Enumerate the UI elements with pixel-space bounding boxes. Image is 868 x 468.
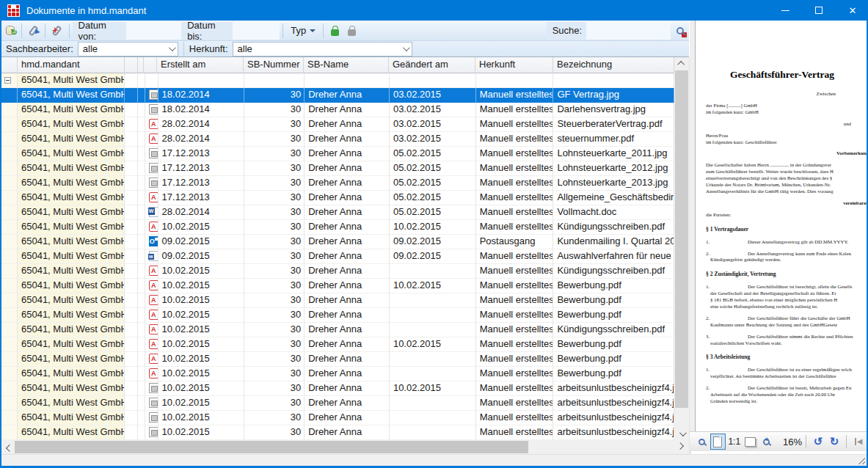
column-header-bezeichnung[interactable]: Bezeichnung bbox=[553, 57, 674, 73]
img-file-icon bbox=[149, 427, 158, 437]
collapse-toggle-icon[interactable] bbox=[4, 77, 11, 84]
table-row[interactable]: 65041, Multi West GmbH10.02.201530Dreher… bbox=[1, 411, 674, 425]
herkunft-combobox[interactable]: alle bbox=[233, 42, 412, 56]
column-header-herkunft[interactable]: Herkunft bbox=[475, 57, 553, 73]
table-row[interactable]: 65041, Multi West GmbH10.02.201530Dreher… bbox=[1, 396, 674, 411]
rotate-right-button[interactable]: ↻ bbox=[827, 434, 842, 450]
search-button[interactable] bbox=[672, 22, 689, 40]
horizontal-scroll-thumb[interactable] bbox=[15, 441, 528, 453]
fit-width-button[interactable] bbox=[743, 434, 758, 450]
scroll-right-button[interactable] bbox=[674, 440, 688, 454]
cell-erstellt: 17.12.2013 bbox=[158, 191, 245, 205]
pdf-file-icon bbox=[149, 222, 158, 232]
cell-n1 bbox=[125, 352, 138, 367]
scroll-left-button[interactable] bbox=[1, 440, 15, 454]
cell-n2 bbox=[138, 323, 145, 337]
table-row[interactable]: 65041, Multi West GmbH17.12.201330Dreher… bbox=[1, 161, 674, 176]
vertical-scrollbar[interactable] bbox=[674, 57, 689, 440]
table-row[interactable]: 65041, Multi West GmbH28.02.201430Dreher… bbox=[1, 205, 674, 220]
zoom-in-button[interactable]: + bbox=[759, 434, 774, 450]
column-header-icon[interactable] bbox=[144, 57, 157, 73]
table-row[interactable]: 65041, Multi West GmbH17.12.201330Dreher… bbox=[1, 147, 674, 161]
table-row[interactable]: 65041, Multi West GmbH10.02.201530Dreher… bbox=[1, 367, 674, 381]
minimize-button[interactable] bbox=[768, 0, 802, 21]
table-row[interactable]: 65041, Multi West GmbH17.12.201330Dreher… bbox=[1, 191, 674, 205]
cell-expand bbox=[1, 352, 18, 367]
table-row[interactable]: 65041, Multi West GmbH09.02.201530Dreher… bbox=[1, 249, 674, 264]
zoom-out-icon: – bbox=[699, 439, 705, 445]
cell-bezeichnung: Kündigungsschreiben.pdf bbox=[553, 220, 674, 235]
zoom-out-button[interactable]: – bbox=[694, 434, 709, 450]
pdf-file-icon bbox=[149, 295, 158, 305]
column-header-sb_nummer[interactable]: SB-Nummer bbox=[244, 57, 304, 73]
table-row[interactable]: 65041, Multi West GmbH10.02.201530Dreher… bbox=[1, 279, 674, 293]
rotate-left-button[interactable]: ↺ bbox=[811, 434, 825, 450]
close-button[interactable]: ✕ bbox=[836, 0, 868, 21]
unlock-button[interactable] bbox=[327, 22, 343, 40]
cell-geaendert: 03.02.2015 bbox=[390, 88, 476, 103]
refresh-button[interactable] bbox=[1, 22, 18, 40]
cell-icon bbox=[145, 293, 158, 308]
cell-mandant: 65041, Multi West GmbH bbox=[18, 279, 125, 293]
cell-sb_name: Dreher Anna bbox=[304, 103, 390, 117]
typ-dropdown-button[interactable]: Typ bbox=[286, 22, 320, 40]
cell-icon bbox=[145, 352, 158, 367]
cell-geaendert: 10.02.2015 bbox=[390, 381, 476, 396]
table-row[interactable]: 65041, Multi West GmbH10.02.201530Dreher… bbox=[1, 352, 674, 367]
maximize-button[interactable] bbox=[802, 0, 836, 21]
filter-bar: Sachbearbeiter: alle Herkunft: alle bbox=[1, 41, 689, 57]
datum-bis-input[interactable] bbox=[233, 22, 280, 40]
group-row[interactable]: 65041, Multi West GmbH bbox=[1, 73, 674, 88]
cell-n2 bbox=[138, 191, 145, 205]
remove-document-button[interactable] bbox=[48, 22, 65, 40]
table-row[interactable]: 65041, Multi West GmbH18.02.201430Dreher… bbox=[1, 103, 674, 117]
table-row[interactable]: 65041, Multi West GmbH28.02.201430Dreher… bbox=[1, 117, 674, 132]
datum-von-input[interactable] bbox=[126, 22, 181, 40]
table-row[interactable]: 65041, Multi West GmbH17.12.201330Dreher… bbox=[1, 176, 674, 191]
column-header-n1[interactable] bbox=[125, 57, 138, 73]
column-header-erstellt[interactable]: Erstellt am bbox=[157, 57, 244, 73]
scroll-up-button[interactable] bbox=[674, 57, 689, 70]
column-header-mandant[interactable]: hmd.mandant bbox=[18, 57, 125, 73]
table-row[interactable]: 65041, Multi West GmbH10.02.201530Dreher… bbox=[1, 323, 674, 337]
table-row[interactable]: 65041, Multi West GmbH10.02.201530Dreher… bbox=[1, 337, 674, 352]
table-row[interactable]: 65041, Multi West GmbH10.02.201530Dreher… bbox=[1, 264, 674, 279]
cell-mandant: 65041, Multi West GmbH bbox=[18, 381, 125, 396]
horizontal-scrollbar[interactable] bbox=[1, 440, 689, 454]
cell-expand bbox=[1, 323, 18, 337]
cell-n1 bbox=[125, 293, 138, 308]
table-row[interactable]: 65041, Multi West GmbH10.02.201530Dreher… bbox=[1, 425, 674, 440]
column-header-geaendert[interactable]: Geändert am bbox=[389, 57, 475, 73]
first-page-button[interactable]: ◀ bbox=[851, 434, 866, 450]
table-row[interactable]: 65041, Multi West GmbH10.02.201530Dreher… bbox=[1, 308, 674, 323]
table-row[interactable]: 65041, Multi West GmbH10.02.201530Dreher… bbox=[1, 220, 674, 235]
cell-sb_nummer: 30 bbox=[244, 411, 304, 425]
cell-bezeichnung: Bewerbung.pdf bbox=[553, 308, 674, 323]
actual-size-button[interactable]: 1:1 bbox=[727, 434, 742, 450]
lock-button[interactable] bbox=[343, 22, 360, 40]
cell-n1 bbox=[125, 425, 138, 440]
fit-page-button[interactable] bbox=[710, 434, 726, 450]
table-row[interactable]: 65041, Multi West GmbH09.02.201530Dreher… bbox=[1, 235, 674, 249]
search-icon bbox=[676, 27, 684, 34]
table-row[interactable]: 65041, Multi West GmbH10.02.201530Dreher… bbox=[1, 293, 674, 308]
document-block: 1.Der Geschäftsführer ist zu einer regel… bbox=[706, 367, 867, 380]
column-header-sb_name[interactable]: SB-Name bbox=[304, 57, 389, 73]
suche-input[interactable] bbox=[586, 22, 671, 40]
attach-document-button[interactable] bbox=[25, 22, 42, 40]
scroll-down-button[interactable] bbox=[674, 428, 689, 440]
column-header-n2[interactable] bbox=[138, 57, 144, 73]
cell-n2 bbox=[138, 205, 145, 220]
cell-geaendert: 05.02.2015 bbox=[390, 147, 476, 161]
cell-sb_name: Dreher Anna bbox=[304, 88, 390, 103]
table-row[interactable]: 65041, Multi West GmbH28.02.201430Dreher… bbox=[1, 132, 674, 147]
column-header-expand[interactable] bbox=[1, 57, 18, 73]
table-row[interactable]: 65041, Multi West GmbH10.02.201530Dreher… bbox=[1, 381, 674, 396]
vertical-scroll-thumb[interactable] bbox=[675, 70, 688, 408]
cell-bezeichnung: Kündigungsschreiben.pdf bbox=[553, 264, 674, 279]
sachbearbeiter-combobox[interactable]: alle bbox=[78, 42, 178, 56]
cell-erstellt: 17.12.2013 bbox=[158, 161, 245, 176]
table-row[interactable]: 65041, Multi West GmbH18.02.201430Dreher… bbox=[1, 88, 674, 103]
cell-bezeichnung: Lohnsteuerkarte_2011.jpg bbox=[553, 147, 674, 161]
resize-grip[interactable] bbox=[858, 457, 865, 464]
